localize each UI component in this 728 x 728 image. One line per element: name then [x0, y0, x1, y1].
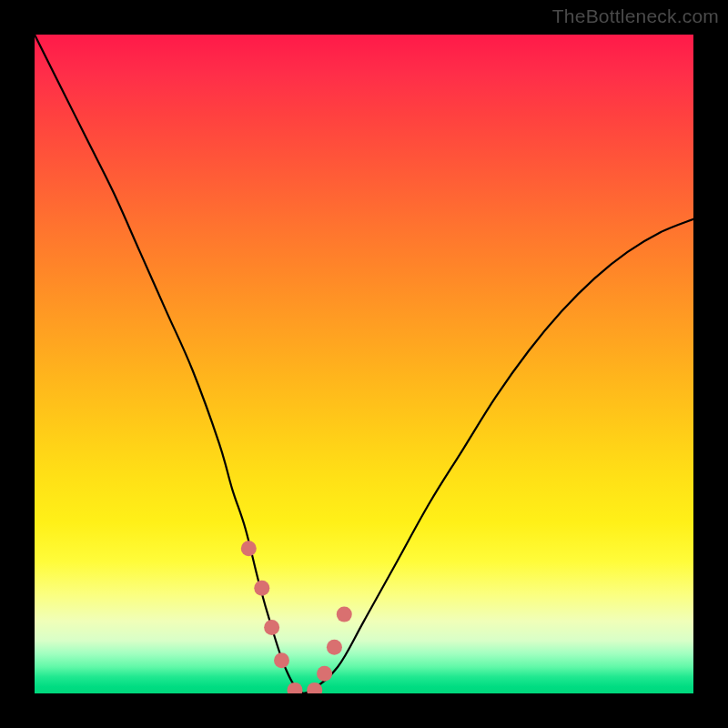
curve-marker: [327, 640, 342, 655]
curve-marker: [317, 666, 332, 682]
watermark-text: TheBottleneck.com: [552, 5, 719, 27]
curve-marker: [287, 682, 302, 693]
curve-marker: [254, 581, 269, 596]
curve-marker: [241, 541, 257, 556]
chart-plot-area: [35, 35, 693, 693]
curve-marker: [264, 620, 279, 635]
curve-marker: [274, 652, 289, 668]
chart-svg: [35, 35, 693, 693]
curve-marker: [337, 607, 352, 622]
bottleneck-curve: [35, 35, 693, 693]
